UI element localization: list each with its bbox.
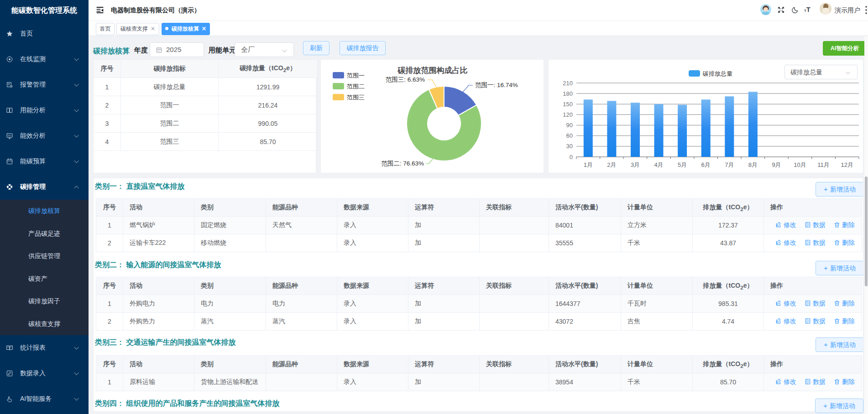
svg-text:150: 150	[563, 101, 573, 108]
svg-text:180: 180	[563, 90, 573, 97]
svg-text:0: 0	[570, 154, 573, 160]
svg-text:范围一: 范围一	[347, 72, 365, 79]
svg-text:范围三: 6.63%: 范围三: 6.63%	[386, 76, 425, 83]
svg-text:T: T	[806, 6, 810, 13]
svg-text:6月: 6月	[701, 161, 711, 168]
svg-text:碳排放总量: 碳排放总量	[702, 70, 732, 77]
svg-text:8月: 8月	[748, 161, 758, 168]
svg-text:3月: 3月	[631, 161, 640, 168]
svg-text:范围二: 76.63%: 范围二: 76.63%	[381, 160, 424, 167]
svg-text:7月: 7月	[725, 161, 734, 168]
svg-text:1月: 1月	[584, 161, 593, 168]
svg-text:4月: 4月	[654, 161, 663, 168]
svg-text:范围三: 范围三	[347, 94, 365, 101]
svg-text:120: 120	[563, 111, 573, 118]
svg-text:210: 210	[563, 80, 573, 87]
svg-text:90: 90	[566, 122, 573, 129]
svg-text:9月: 9月	[772, 161, 781, 168]
svg-text:2月: 2月	[607, 161, 616, 168]
svg-text:范围一: 16.74%: 范围一: 16.74%	[475, 82, 518, 88]
svg-text:60: 60	[566, 132, 573, 139]
svg-text:12月: 12月	[841, 161, 853, 168]
svg-text:5月: 5月	[678, 161, 687, 168]
svg-text:11月: 11月	[817, 161, 830, 168]
svg-text:范围二: 范围二	[347, 83, 365, 90]
svg-text:10月: 10月	[794, 161, 806, 168]
svg-text:30: 30	[566, 143, 573, 150]
svg-text:T: T	[804, 9, 806, 13]
